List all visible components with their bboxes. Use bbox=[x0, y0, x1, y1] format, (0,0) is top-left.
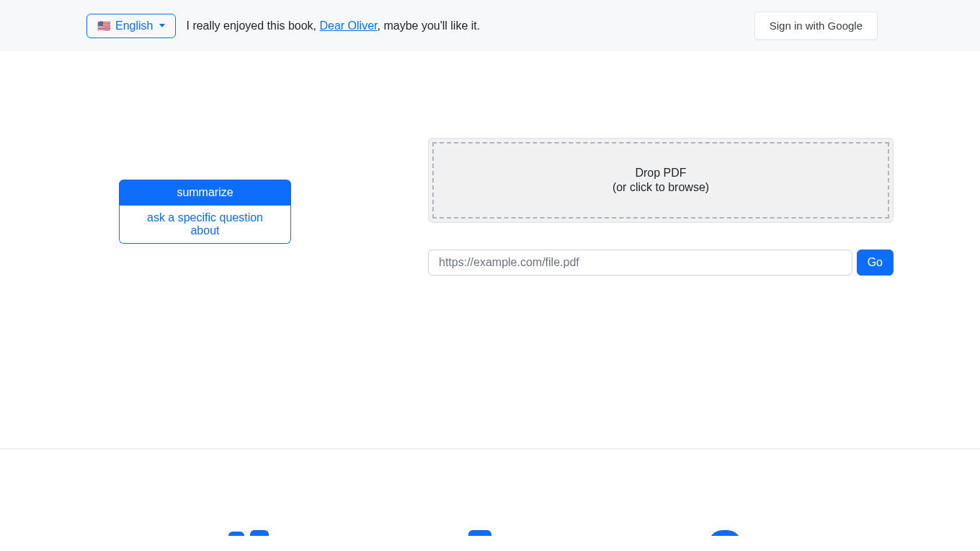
feature-icons-row bbox=[0, 530, 980, 536]
header-bar: 🇺🇸 English I really enjoyed this book, D… bbox=[0, 0, 980, 51]
action-panel: summarize ask a specific question about bbox=[86, 138, 291, 276]
url-input-row: Go bbox=[428, 250, 894, 276]
drop-title: Drop PDF bbox=[448, 167, 873, 180]
pdf-url-input[interactable] bbox=[428, 250, 852, 276]
header-quote: I really enjoyed this book, Dear Oliver,… bbox=[186, 19, 480, 32]
ask-question-button[interactable]: ask a specific question about bbox=[119, 206, 291, 244]
bottom-section bbox=[0, 449, 980, 536]
main-content: summarize ask a specific question about … bbox=[0, 138, 980, 276]
feature-icon-2 bbox=[468, 530, 512, 536]
quote-suffix: , maybe you'll like it. bbox=[378, 19, 481, 32]
drop-zone-container: Drop PDF (or click to browse) bbox=[428, 138, 894, 223]
drop-subtitle: (or click to browse) bbox=[448, 181, 873, 194]
header-left: 🇺🇸 English I really enjoyed this book, D… bbox=[14, 14, 480, 38]
upload-panel: Drop PDF (or click to browse) Go bbox=[334, 138, 894, 276]
flag-icon: 🇺🇸 bbox=[97, 19, 111, 32]
language-label: English bbox=[115, 19, 153, 32]
summarize-button[interactable]: summarize bbox=[119, 180, 291, 206]
quote-prefix: I really enjoyed this book, bbox=[186, 19, 319, 32]
signin-google-button[interactable]: Sign in with Google bbox=[754, 12, 878, 40]
feature-icon-1 bbox=[228, 530, 272, 536]
go-button[interactable]: Go bbox=[857, 250, 894, 276]
quote-link[interactable]: Dear Oliver bbox=[319, 19, 377, 32]
feature-icon-3 bbox=[708, 530, 752, 536]
pdf-drop-zone[interactable]: Drop PDF (or click to browse) bbox=[432, 142, 889, 219]
action-button-group: summarize ask a specific question about bbox=[119, 180, 291, 244]
language-selector[interactable]: 🇺🇸 English bbox=[86, 14, 176, 38]
chevron-down-icon bbox=[159, 24, 165, 27]
